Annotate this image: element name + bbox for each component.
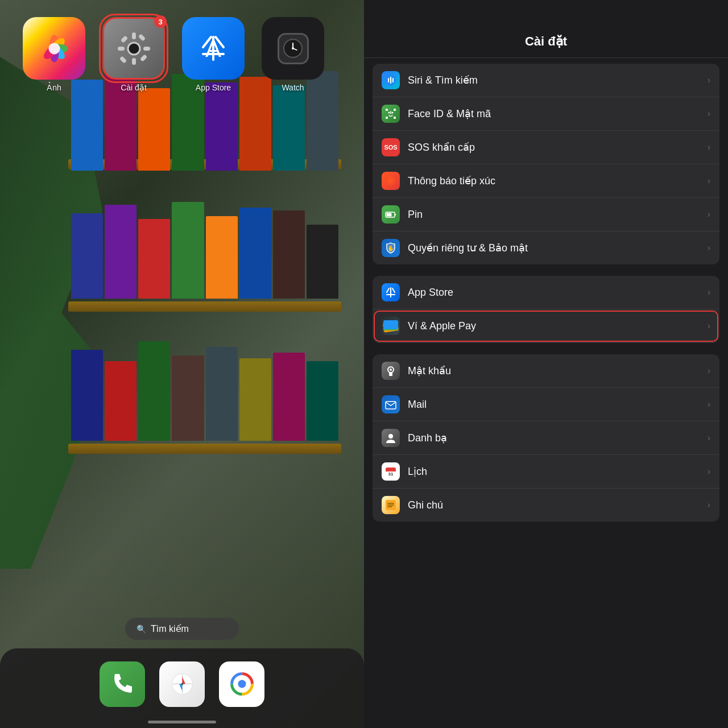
- svg-rect-11: [143, 47, 150, 51]
- svg-point-45: [392, 112, 394, 114]
- apps-row: Ảnh: [23, 17, 341, 92]
- dock-safari-icon[interactable]: [159, 661, 205, 707]
- settings-item-faceid[interactable]: Face ID & Mật mã ›: [373, 97, 719, 131]
- appstore-settings-label: App Store: [408, 287, 703, 299]
- settings-list: Siri & Tìm kiếm › F: [364, 58, 728, 728]
- settings-group-3: Mật khẩu › Mail ›: [373, 354, 719, 522]
- appstore-app-icon[interactable]: A: [182, 17, 245, 80]
- contact-chevron: ›: [708, 176, 710, 186]
- svg-rect-39: [392, 78, 394, 82]
- svg-point-35: [238, 680, 246, 688]
- appstore-settings-icon: [382, 283, 400, 301]
- siri-chevron: ›: [708, 75, 710, 85]
- wallet-chevron: ›: [708, 321, 710, 331]
- photos-app-label: Ảnh: [47, 83, 61, 92]
- sos-icon: SOS: [382, 138, 400, 156]
- search-icon: 🔍: [136, 624, 146, 634]
- svg-line-56: [387, 288, 389, 292]
- mail-label: Mail: [408, 399, 703, 411]
- settings-group-2: App Store › Ví & Apple Pay ›: [373, 276, 719, 343]
- wallet-item-container: Ví & Apple Pay ›: [373, 309, 719, 343]
- svg-text:31: 31: [388, 471, 394, 477]
- settings-item-wallet[interactable]: Ví & Apple Pay ›: [373, 309, 719, 343]
- search-label: Tìm kiếm: [151, 623, 189, 634]
- privacy-chevron: ›: [708, 243, 710, 253]
- book: [71, 213, 103, 299]
- privacy-icon: ✋: [382, 239, 400, 257]
- settings-item-siri[interactable]: Siri & Tìm kiếm ›: [373, 64, 719, 97]
- book: [273, 210, 305, 299]
- privacy-label: Quyền riêng tư & Bảo mật: [408, 242, 703, 254]
- dock-chrome-icon[interactable]: [219, 661, 264, 707]
- svg-point-32: [181, 683, 183, 685]
- siri-label: Siri & Tìm kiếm: [408, 74, 703, 86]
- search-bar[interactable]: 🔍 Tìm kiếm: [125, 618, 239, 640]
- book: [105, 361, 136, 441]
- svg-rect-52: [387, 213, 392, 217]
- dock-phone-icon[interactable]: [100, 661, 145, 707]
- settings-app-icon[interactable]: 3: [102, 17, 165, 80]
- svg-rect-40: [386, 109, 388, 111]
- svg-rect-59: [389, 372, 392, 376]
- contacts-icon: [382, 429, 400, 447]
- shelf-2: [68, 301, 341, 312]
- book: [273, 353, 305, 441]
- book: [71, 350, 103, 441]
- svg-point-25: [292, 47, 294, 49]
- svg-rect-12: [120, 35, 127, 43]
- settings-item-notes[interactable]: Ghi chú ›: [373, 489, 719, 522]
- svg-rect-9: [132, 58, 136, 65]
- settings-item-contact[interactable]: Thông báo tiếp xúc ›: [373, 164, 719, 198]
- svg-point-49: [389, 179, 392, 183]
- appstore-chevron: ›: [708, 287, 710, 297]
- settings-item-appstore[interactable]: App Store ›: [373, 276, 719, 309]
- photos-app-icon[interactable]: [23, 17, 85, 80]
- svg-rect-15: [138, 34, 145, 41]
- home-indicator: [148, 721, 216, 723]
- watch-face: [278, 33, 309, 64]
- settings-title: Cài đặt: [525, 34, 567, 48]
- svg-point-44: [388, 112, 390, 114]
- settings-item-contacts[interactable]: Danh bạ ›: [373, 421, 719, 455]
- watch-app-icon[interactable]: [262, 17, 324, 80]
- app-watch-wrapper: Watch: [262, 17, 324, 92]
- svg-rect-38: [390, 77, 391, 84]
- settings-badge: 3: [154, 15, 167, 28]
- battery-chevron: ›: [708, 209, 710, 220]
- sos-chevron: ›: [708, 142, 710, 152]
- settings-item-privacy[interactable]: ✋ Quyền riêng tư & Bảo mật ›: [373, 231, 719, 264]
- password-chevron: ›: [708, 366, 710, 376]
- wallet-icon: [382, 317, 400, 335]
- svg-rect-43: [394, 117, 396, 119]
- appstore-app-label: App Store: [196, 83, 231, 92]
- book: [307, 361, 338, 441]
- contacts-chevron: ›: [708, 433, 710, 443]
- book: [206, 347, 238, 441]
- book: [71, 80, 103, 171]
- settings-item-mail[interactable]: Mail ›: [373, 388, 719, 421]
- svg-point-16: [129, 43, 139, 53]
- settings-item-password[interactable]: Mật khẩu ›: [373, 354, 719, 388]
- sos-label: SOS khẩn cấp: [408, 141, 703, 154]
- settings-item-calendar[interactable]: 31 Lịch ›: [373, 455, 719, 489]
- dock: [0, 648, 364, 728]
- notes-label: Ghi chú: [408, 499, 703, 511]
- contact-label: Thông báo tiếp xúc: [408, 175, 703, 187]
- left-panel: Ảnh: [0, 0, 364, 728]
- svg-point-6: [48, 43, 60, 54]
- svg-rect-42: [386, 117, 388, 119]
- faceid-chevron: ›: [708, 109, 710, 119]
- settings-item-battery[interactable]: Pin ›: [373, 198, 719, 231]
- mail-icon: [382, 395, 400, 413]
- book: [138, 219, 170, 299]
- settings-group-1: Siri & Tìm kiếm › F: [373, 64, 719, 264]
- notes-icon: [382, 496, 400, 514]
- book: [105, 205, 136, 299]
- svg-point-62: [388, 434, 393, 439]
- wallet-label: Ví & Apple Pay: [408, 320, 703, 332]
- mail-chevron: ›: [708, 399, 710, 410]
- faceid-label: Face ID & Mật mã: [408, 107, 703, 120]
- settings-header: Cài đặt: [364, 0, 728, 58]
- settings-item-sos[interactable]: SOS SOS khẩn cấp ›: [373, 131, 719, 164]
- books-row-2: [71, 188, 338, 299]
